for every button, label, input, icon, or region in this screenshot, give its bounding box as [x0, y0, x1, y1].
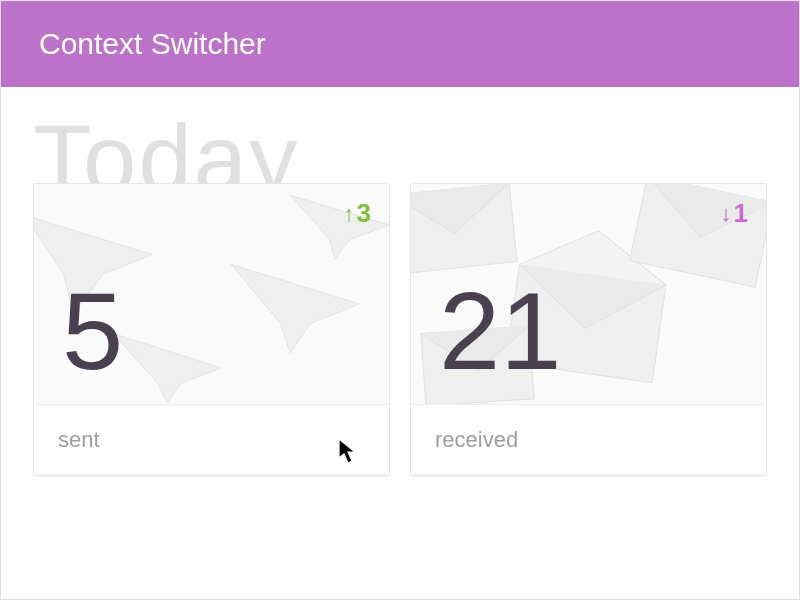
sent-delta-badge: ↑3: [344, 198, 371, 229]
content-area: Today ↑3 5 sent: [1, 87, 799, 476]
card-received-body: ↓1 21: [411, 184, 766, 404]
received-delta-badge: ↓1: [721, 198, 748, 229]
sent-label: sent: [34, 404, 389, 475]
received-count: 21: [439, 276, 561, 386]
arrow-up-icon: ↑: [344, 201, 355, 227]
received-label: received: [411, 404, 766, 475]
card-row: ↑3 5 sent ↓1 21: [33, 183, 767, 476]
card-sent[interactable]: ↑3 5 sent: [33, 183, 390, 476]
sent-delta-value: 3: [357, 198, 371, 229]
app-header: Context Switcher: [1, 1, 799, 87]
card-received[interactable]: ↓1 21 received: [410, 183, 767, 476]
received-delta-value: 1: [734, 198, 748, 229]
card-sent-body: ↑3 5: [34, 184, 389, 404]
sent-count: 5: [62, 276, 123, 386]
arrow-down-icon: ↓: [721, 201, 732, 227]
app-title: Context Switcher: [39, 27, 266, 61]
